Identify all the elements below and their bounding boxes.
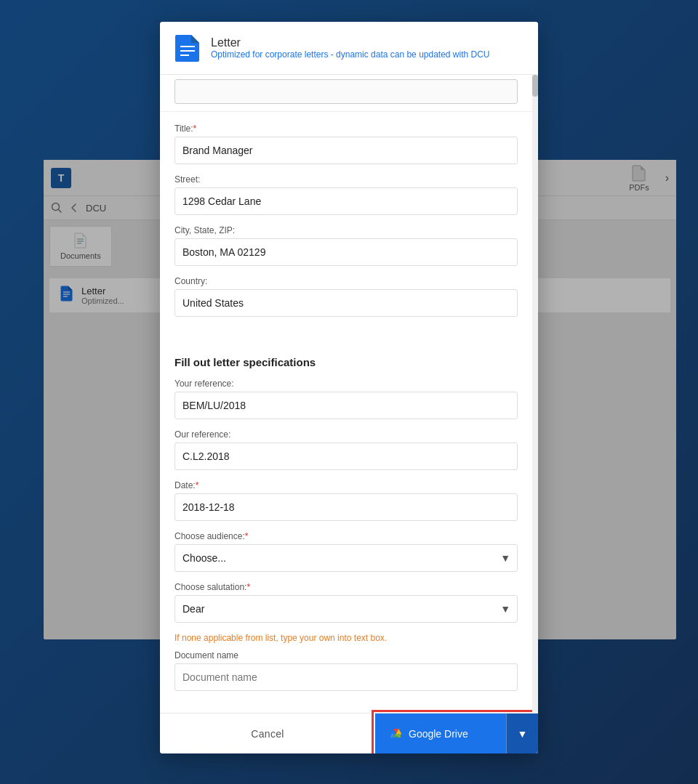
audience-field-group: Choose audience:* Choose... ▼ (174, 531, 518, 572)
salutation-field-group: Choose salutation:* Dear Mr. Ms. ▼ (174, 582, 518, 623)
hidden-top-field[interactable] (174, 79, 518, 104)
gdrive-label: Google Drive (409, 728, 468, 740)
gdrive-button[interactable]: Google Drive (375, 714, 506, 753)
gdrive-dropdown-button[interactable]: ▼ (506, 714, 538, 753)
our-ref-field-group: Our reference: (174, 429, 518, 470)
modal-header-icon (174, 33, 201, 62)
country-field-group: Country: (174, 276, 518, 317)
modal-scroll-area[interactable]: Title:* Street: City, State, ZIP: Countr… (160, 75, 538, 713)
modal-overlay: Letter Optimized for corporate letters -… (0, 0, 698, 784)
gdrive-button-wrapper: Google Drive ▼ (375, 714, 538, 753)
audience-label: Choose audience:* (174, 531, 518, 541)
title-label: Title:* (174, 124, 518, 134)
street-field-group: Street: (174, 174, 518, 215)
date-field-group: Date:* (174, 480, 518, 521)
top-scroll-hint (160, 75, 532, 112)
gdrive-icon (390, 728, 403, 740)
your-ref-field-group: Your reference: (174, 379, 518, 419)
your-ref-input[interactable] (174, 392, 518, 419)
section2-title: Fill out letter specifications (174, 356, 518, 368)
date-input[interactable] (174, 493, 518, 521)
street-input[interactable] (174, 187, 518, 215)
salutation-label: Choose salutation:* (174, 582, 518, 592)
your-ref-label: Your reference: (174, 379, 518, 389)
scrollbar-track[interactable] (532, 75, 538, 713)
title-input[interactable] (174, 137, 518, 164)
street-label: Street: (174, 174, 518, 185)
city-label: City, State, ZIP: (174, 225, 518, 235)
modal-header: Letter Optimized for corporate letters -… (160, 22, 538, 75)
title-field-group: Title:* (174, 124, 518, 164)
hint-text: If none applicable from list, type your … (174, 633, 518, 643)
modal-subtitle: Optimized for corporate letters - dynami… (211, 49, 490, 60)
letter-specs-section: Fill out letter specifications Your refe… (160, 344, 532, 713)
date-label: Date:* (174, 480, 518, 490)
modal-dialog: Letter Optimized for corporate letters -… (160, 22, 538, 753)
country-input[interactable] (174, 289, 518, 317)
doc-name-input[interactable] (174, 663, 518, 691)
city-input[interactable] (174, 238, 518, 266)
cancel-button[interactable]: Cancel (160, 714, 375, 753)
country-label: Country: (174, 276, 518, 286)
doc-name-label: Document name (174, 650, 518, 660)
salutation-select-wrapper: Dear Mr. Ms. ▼ (174, 595, 518, 623)
city-field-group: City, State, ZIP: (174, 225, 518, 266)
modal-footer: Cancel Goog (160, 713, 538, 753)
scrollbar-thumb (532, 75, 538, 97)
our-ref-label: Our reference: (174, 429, 518, 440)
gdrive-dropdown-icon: ▼ (518, 728, 528, 740)
our-ref-input[interactable] (174, 442, 518, 470)
audience-select[interactable]: Choose... (174, 544, 518, 572)
modal-title: Letter (211, 36, 490, 49)
audience-select-wrapper: Choose... ▼ (174, 544, 518, 572)
salutation-select[interactable]: Dear Mr. Ms. (174, 595, 518, 623)
doc-name-field-group: Document name (174, 650, 518, 691)
address-section: Title:* Street: City, State, ZIP: Countr… (160, 112, 532, 339)
